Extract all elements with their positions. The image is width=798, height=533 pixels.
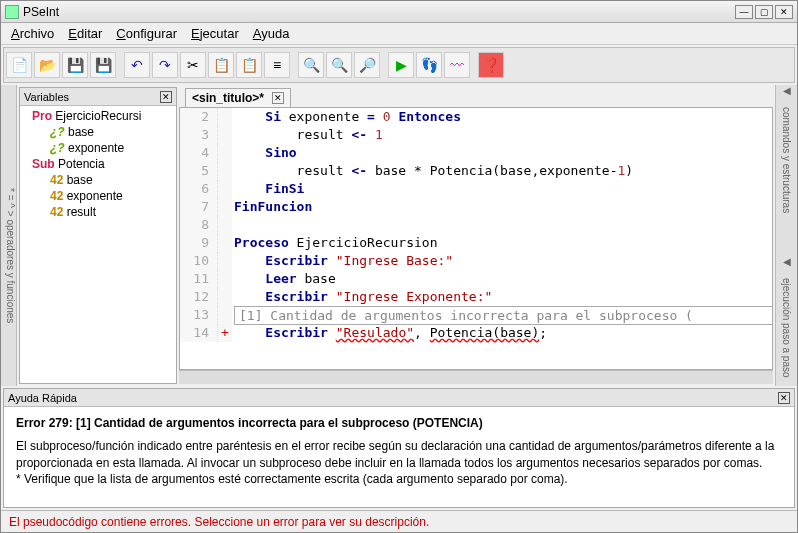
findnext-icon[interactable]: 🔎 bbox=[354, 52, 380, 78]
variables-title: Variables bbox=[24, 91, 69, 103]
error-body-2: * Verifique que la lista de argumentos e… bbox=[16, 471, 782, 488]
copy-icon[interactable]: 📋 bbox=[208, 52, 234, 78]
close-button[interactable]: ✕ bbox=[775, 5, 793, 19]
error-body-1: El subproceso/función indicado entre par… bbox=[16, 438, 782, 472]
menu-archivo[interactable]: Archivo bbox=[11, 26, 54, 41]
findall-icon[interactable]: 🔍 bbox=[326, 52, 352, 78]
toolbar: 📄 📂 💾 💾 ↶ ↷ ✂ 📋 📋 ≡ 🔍 🔍 🔎 ▶ 👣 〰 ❓ bbox=[3, 47, 795, 83]
code-line[interactable]: 2 Si exponente = 0 Entonces bbox=[180, 108, 772, 126]
app-icon bbox=[5, 5, 19, 19]
new-icon[interactable]: 📄 bbox=[6, 52, 32, 78]
error-title: Error 279: [1] Cantidad de argumentos in… bbox=[16, 415, 782, 432]
right-panels: ◀ comandos y estructuras ◀ ejecución pas… bbox=[775, 85, 797, 386]
find-icon[interactable]: 🔍 bbox=[298, 52, 324, 78]
operators-panel-collapsed[interactable]: * = ^ > operadores y funciones bbox=[1, 85, 17, 386]
var-item[interactable]: Pro EjercicioRecursi bbox=[22, 108, 174, 124]
variables-close-icon[interactable]: ✕ bbox=[160, 91, 172, 103]
saveall-icon[interactable]: 💾 bbox=[90, 52, 116, 78]
minimize-button[interactable]: — bbox=[735, 5, 753, 19]
editor-tab[interactable]: <sin_titulo>* ✕ bbox=[185, 88, 291, 107]
redo-icon[interactable]: ↷ bbox=[152, 52, 178, 78]
help-header: Ayuda Rápida ✕ bbox=[4, 389, 794, 407]
quick-help-panel: Ayuda Rápida ✕ Error 279: [1] Cantidad d… bbox=[3, 388, 795, 508]
run-icon[interactable]: ▶ bbox=[388, 52, 414, 78]
tab-bar: <sin_titulo>* ✕ bbox=[179, 87, 773, 107]
code-line[interactable]: 10 Escribir "Ingrese Base:" bbox=[180, 252, 772, 270]
menu-editar[interactable]: Editar bbox=[68, 26, 102, 41]
variables-panel: Variables ✕ Pro EjercicioRecursi¿? base¿… bbox=[19, 87, 177, 384]
code-line[interactable]: 8 bbox=[180, 216, 772, 234]
code-line[interactable]: 11 Leer base bbox=[180, 270, 772, 288]
menu-ejecutar[interactable]: Ejecutar bbox=[191, 26, 239, 41]
tab-close-icon[interactable]: ✕ bbox=[272, 92, 284, 104]
maximize-button[interactable]: ▢ bbox=[755, 5, 773, 19]
variables-header: Variables ✕ bbox=[20, 88, 176, 106]
code-editor[interactable]: 2 Si exponente = 0 Entonces3 result <- 1… bbox=[179, 107, 773, 370]
title-bar: PSeInt — ▢ ✕ bbox=[1, 1, 797, 23]
open-icon[interactable]: 📂 bbox=[34, 52, 60, 78]
code-line[interactable]: 9Proceso EjercicioRecursion bbox=[180, 234, 772, 252]
step-panel-collapsed[interactable]: ejecución paso a paso bbox=[781, 270, 792, 386]
cut-icon[interactable]: ✂ bbox=[180, 52, 206, 78]
code-line[interactable]: 5 result <- base * Potencia(base,exponen… bbox=[180, 162, 772, 180]
commands-panel-collapsed[interactable]: comandos y estructuras bbox=[781, 99, 792, 221]
flowchart-icon[interactable]: 〰 bbox=[444, 52, 470, 78]
variables-list: Pro EjercicioRecursi¿? base¿? exponenteS… bbox=[20, 106, 176, 222]
error-tooltip: [1] Cantidad de argumentos incorrecta pa… bbox=[234, 306, 773, 325]
code-line[interactable]: 12 Escribir "Ingrese Exponente:" bbox=[180, 288, 772, 306]
help-title: Ayuda Rápida bbox=[8, 392, 77, 404]
code-line[interactable]: 3 result <- 1 bbox=[180, 126, 772, 144]
code-line[interactable]: 7FinFuncion bbox=[180, 198, 772, 216]
var-item[interactable]: ¿? base bbox=[22, 124, 174, 140]
save-icon[interactable]: 💾 bbox=[62, 52, 88, 78]
var-item[interactable]: Sub Potencia bbox=[22, 156, 174, 172]
code-line[interactable]: 14+ Escribir "Resulado", Potencia(base); bbox=[180, 324, 772, 342]
commands-arrow-icon[interactable]: ◀ bbox=[783, 85, 791, 99]
var-item[interactable]: 42 result bbox=[22, 204, 174, 220]
status-bar: El pseudocódigo contiene errores. Selecc… bbox=[1, 510, 797, 532]
menu-bar: ArchivoEditarConfigurarEjecutarAyuda bbox=[1, 23, 797, 45]
code-line[interactable]: 4 Sino bbox=[180, 144, 772, 162]
var-item[interactable]: 42 base bbox=[22, 172, 174, 188]
status-text: El pseudocódigo contiene errores. Selecc… bbox=[9, 515, 429, 529]
menu-configurar[interactable]: Configurar bbox=[116, 26, 177, 41]
help-close-icon[interactable]: ✕ bbox=[778, 392, 790, 404]
help-icon[interactable]: ❓ bbox=[478, 52, 504, 78]
var-item[interactable]: 42 exponente bbox=[22, 188, 174, 204]
menu-ayuda[interactable]: Ayuda bbox=[253, 26, 290, 41]
tab-label: <sin_titulo>* bbox=[192, 91, 264, 105]
var-item[interactable]: ¿? exponente bbox=[22, 140, 174, 156]
horizontal-scrollbar[interactable] bbox=[179, 370, 773, 384]
paste-icon[interactable]: 📋 bbox=[236, 52, 262, 78]
step-arrow-icon[interactable]: ◀ bbox=[783, 256, 791, 270]
format-icon[interactable]: ≡ bbox=[264, 52, 290, 78]
step-icon[interactable]: 👣 bbox=[416, 52, 442, 78]
code-line[interactable]: 6 FinSi bbox=[180, 180, 772, 198]
undo-icon[interactable]: ↶ bbox=[124, 52, 150, 78]
window-title: PSeInt bbox=[23, 5, 59, 19]
